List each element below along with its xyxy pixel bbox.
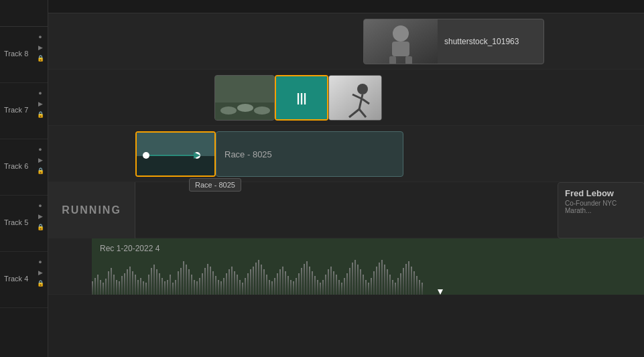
svg-rect-32: [108, 271, 109, 295]
svg-rect-113: [325, 275, 326, 295]
svg-rect-12: [329, 76, 382, 121]
svg-rect-68: [204, 268, 206, 295]
svg-rect-141: [400, 273, 401, 295]
svg-rect-116: [333, 271, 334, 295]
svg-rect-122: [349, 268, 350, 295]
clip-track5-fredlebow[interactable]: Fred Lebow Co-Founder NYC Marath...: [558, 182, 644, 238]
svg-rect-104: [301, 268, 302, 295]
svg-rect-140: [397, 278, 399, 295]
svg-rect-92: [269, 280, 270, 295]
track-label-6: Track 6 ● ▶ 🔒: [0, 139, 48, 196]
svg-rect-54: [167, 280, 168, 295]
svg-rect-44: [140, 278, 141, 295]
timeline-container: Track 8 ● ▶ 🔒 Track 7 ● ▶ 🔒 Track 6 ● ▶ …: [0, 0, 644, 357]
svg-rect-58: [178, 271, 179, 295]
svg-rect-97: [282, 267, 283, 295]
track-label-8: Track 8 ● ▶ 🔒: [0, 27, 48, 83]
clip-tooltip: Race - 8025: [189, 178, 241, 192]
arrow-icon-8[interactable]: ▶: [36, 43, 45, 52]
lock-icon-6[interactable]: 🔒: [36, 166, 45, 175]
svg-rect-135: [384, 265, 385, 295]
arrow-icon-5[interactable]: ▶: [36, 212, 45, 221]
svg-rect-21: [137, 156, 216, 177]
svg-rect-109: [314, 276, 316, 295]
svg-rect-103: [298, 273, 300, 295]
svg-rect-63: [191, 275, 192, 295]
svg-marker-150: [438, 289, 443, 295]
track-label-4: Track 4 ● ▶ 🔒: [0, 252, 48, 308]
svg-rect-87: [255, 263, 257, 295]
svg-rect-137: [389, 275, 391, 295]
lock-icon-5[interactable]: 🔒: [36, 222, 45, 232]
svg-rect-117: [336, 275, 337, 295]
track6-video-svg: [137, 133, 216, 177]
svg-rect-119: [341, 283, 342, 295]
track-4-icons: ● ▶ 🔒: [36, 257, 45, 288]
clip-track7-left[interactable]: [214, 75, 275, 121]
arrow-icon-7[interactable]: ▶: [36, 99, 45, 109]
track-6-icons: ● ▶ 🔒: [36, 145, 45, 175]
svg-rect-100: [290, 280, 292, 295]
svg-rect-89: [261, 265, 262, 295]
svg-rect-56: [172, 283, 174, 295]
svg-rect-78: [231, 267, 233, 295]
eye-icon-5[interactable]: ●: [36, 201, 45, 210]
svg-rect-138: [392, 280, 393, 295]
fred-lebow-sub: Co-Founder NYC Marath...: [565, 200, 637, 214]
svg-rect-128: [365, 280, 367, 295]
svg-rect-93: [271, 281, 273, 295]
svg-rect-126: [360, 269, 361, 295]
lock-icon-7[interactable]: 🔒: [36, 110, 45, 119]
track-7-name: Track 7: [4, 106, 28, 114]
track-4-name: Track 4: [4, 275, 28, 283]
eye-icon-6[interactable]: ●: [36, 145, 45, 154]
fred-lebow-name: Fred Lebow: [565, 188, 637, 198]
svg-rect-124: [355, 260, 356, 295]
clip-track8[interactable]: shutterstock_101963: [363, 19, 544, 64]
svg-rect-46: [145, 283, 147, 295]
lock-icon-4[interactable]: 🔒: [36, 279, 45, 288]
timeline-ruler: [48, 0, 644, 13]
clip-track8-thumbnail: [364, 19, 438, 64]
svg-rect-42: [135, 275, 136, 295]
clip-track7-right[interactable]: [328, 75, 382, 121]
svg-rect-134: [381, 260, 383, 295]
eye-icon-8[interactable]: ●: [36, 32, 45, 42]
svg-rect-70: [210, 267, 211, 295]
svg-rect-121: [346, 273, 348, 295]
svg-rect-72: [215, 276, 216, 295]
svg-rect-94: [274, 278, 275, 295]
svg-rect-82: [242, 283, 243, 295]
svg-rect-139: [395, 283, 396, 295]
svg-rect-130: [371, 278, 372, 295]
svg-rect-149: [422, 283, 423, 295]
svg-rect-38: [124, 273, 125, 295]
clip-track5-running[interactable]: RUNNING: [48, 182, 135, 238]
eye-icon-7[interactable]: ●: [36, 88, 45, 98]
clip-track4-audio[interactable]: Rec 1-20-2022 4: [92, 238, 644, 295]
svg-rect-99: [287, 276, 289, 295]
eye-icon-4[interactable]: ●: [36, 257, 45, 267]
clip-track6-text[interactable]: Race - 8025: [216, 131, 403, 177]
running-person-svg: [329, 76, 382, 121]
svg-rect-146: [413, 271, 415, 295]
svg-rect-90: [263, 269, 265, 295]
track-label-7: Track 7 ● ▶ 🔒: [0, 83, 48, 139]
track-labels-panel: Track 8 ● ▶ 🔒 Track 7 ● ▶ 🔒 Track 6 ● ▶ …: [0, 0, 48, 357]
arrow-icon-4[interactable]: ▶: [36, 268, 45, 277]
clip-track6-video[interactable]: [135, 131, 216, 177]
svg-rect-143: [405, 264, 407, 295]
svg-rect-67: [202, 273, 203, 295]
clip-track7-middle[interactable]: |||: [275, 75, 328, 121]
svg-rect-47: [148, 275, 149, 295]
thumbnail-svg-8: [364, 19, 438, 64]
svg-point-22: [143, 152, 149, 159]
svg-rect-62: [188, 269, 190, 295]
svg-rect-3: [392, 42, 409, 56]
clip-track7-middle-thumb: |||: [276, 76, 327, 119]
lock-icon-8[interactable]: 🔒: [36, 54, 45, 63]
arrow-icon-6[interactable]: ▶: [36, 155, 45, 165]
svg-rect-39: [127, 269, 128, 295]
track-row-7: |||: [48, 70, 644, 126]
svg-rect-133: [379, 263, 380, 295]
